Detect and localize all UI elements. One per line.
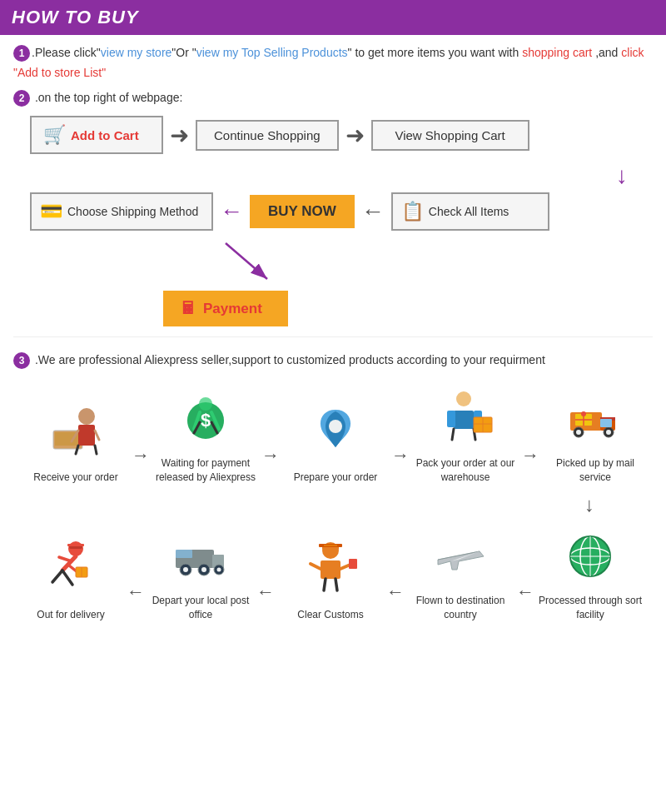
order-arrow-7: ← — [256, 581, 275, 603]
prepare-label: Prepare your order — [294, 471, 378, 485]
svg-line-53 — [324, 579, 326, 590]
receive-label: Receive your order — [33, 471, 117, 485]
choose-shipping-button[interactable]: 💳 Choose Shipping Method — [30, 192, 213, 231]
customs-label: Clear Customs — [297, 608, 363, 622]
order-arrow-2: → — [261, 445, 280, 466]
pickup-icon — [569, 396, 623, 451]
order-step-delivery: Out for delivery — [17, 539, 125, 622]
order-arrow-3: → — [391, 445, 410, 466]
check-all-items-label: Check All Items — [429, 205, 509, 218]
step2-text: 2 .on the top right of webpage: — [13, 88, 653, 108]
cart-icon: 🛒 — [43, 124, 66, 146]
checklist-icon: 📋 — [401, 201, 424, 222]
buy-now-button[interactable]: BUY NOW — [250, 195, 355, 228]
add-to-cart-label: Add to Cart — [71, 128, 139, 142]
payment-button[interactable]: 🖩 Payment — [163, 291, 288, 326]
svg-point-33 — [606, 430, 611, 435]
order-arrow-1: → — [132, 445, 150, 466]
credit-card-icon: 💳 — [40, 201, 62, 222]
order-arrow-5: ← — [516, 581, 534, 603]
order-step-customs: Clear Customs — [276, 539, 385, 622]
order-step-sort: Processed through sort facility — [536, 525, 644, 622]
svg-rect-34 — [600, 419, 612, 427]
svg-rect-66 — [67, 544, 84, 546]
order-step-flown: Flown to destination country — [406, 533, 514, 622]
order-flow-row1: Receive your order → $ Waiting fo — [22, 379, 644, 493]
buy-now-label: BUY NOW — [268, 203, 336, 219]
svg-point-12 — [199, 397, 212, 411]
svg-point-17 — [329, 420, 342, 433]
step1-text: 1.Please click"view my store"Or "view my… — [13, 43, 653, 83]
continue-shopping-button[interactable]: Continue Shopping — [196, 120, 339, 151]
svg-line-54 — [335, 579, 337, 590]
view-my-store-link[interactable]: view my store — [101, 46, 172, 59]
order-flow-row2: Processed through sort facility ← Flown … — [22, 516, 644, 630]
svg-rect-5 — [78, 425, 95, 446]
customs-icon — [304, 539, 358, 603]
arrow-right-2: ➜ — [345, 122, 365, 149]
svg-rect-19 — [454, 411, 474, 429]
step1-number: 1 — [13, 45, 30, 62]
waiting-payment-label: Waiting for payment released by Aliexpre… — [152, 456, 260, 485]
svg-rect-57 — [176, 550, 192, 558]
order-step-pack: Pack your order at our warehouse — [411, 387, 519, 485]
svg-point-38 — [581, 411, 586, 416]
svg-point-31 — [576, 430, 581, 435]
order-arrow-4: → — [521, 445, 539, 466]
order-step-payment-wait: $ Waiting for payment released by Aliexp… — [152, 387, 260, 485]
choose-shipping-label: Choose Shipping Method — [67, 205, 198, 218]
svg-line-22 — [452, 429, 454, 440]
svg-point-59 — [183, 567, 188, 572]
sort-icon — [564, 525, 618, 589]
svg-rect-49 — [321, 560, 340, 579]
svg-line-9 — [95, 446, 97, 454]
svg-point-63 — [216, 567, 221, 571]
pickup-label: Picked up by mail service — [541, 456, 649, 485]
down-arrow-icon: ↓ — [616, 162, 628, 189]
delivery-icon — [44, 539, 98, 603]
pack-icon — [439, 387, 493, 451]
order-flow-section: Receive your order → $ Waiting fo — [13, 379, 653, 630]
svg-point-18 — [456, 391, 471, 406]
flow-row1: 🛒 Add to Cart ➜ Continue Shopping ➜ View… — [30, 116, 653, 154]
svg-line-50 — [311, 564, 321, 569]
svg-line-70 — [52, 570, 62, 582]
svg-rect-52 — [349, 559, 357, 569]
order-step-prepare: Prepare your order — [281, 401, 390, 485]
continue-shopping-label: Continue Shopping — [214, 128, 321, 142]
svg-rect-20 — [447, 411, 455, 427]
svg-line-7 — [95, 431, 99, 440]
order-step-depart: Depart your local post office — [147, 533, 255, 622]
header-title: HOW TO BUY — [12, 7, 139, 28]
view-shopping-cart-button[interactable]: View Shopping Cart — [371, 120, 529, 151]
main-content: 1.Please click"view my store"Or "view my… — [0, 35, 666, 638]
view-shopping-cart-label: View Shopping Cart — [395, 128, 504, 142]
order-arrow-8: ← — [127, 581, 145, 603]
receive-icon — [47, 401, 105, 466]
svg-point-61 — [201, 567, 206, 572]
flow-row2: 💳 Choose Shipping Method ← BUY NOW ← 📋 C… — [30, 192, 653, 231]
down-arrow-connector: ↓ — [30, 162, 653, 189]
sort-label: Processed through sort facility — [536, 594, 644, 622]
arrow-left-1: ← — [220, 198, 243, 225]
step3-number: 3 — [13, 352, 30, 369]
header-banner: HOW TO BUY — [0, 0, 666, 35]
section-divider — [13, 336, 653, 337]
depart-label: Depart your local post office — [147, 594, 255, 622]
svg-text:$: $ — [200, 410, 210, 431]
arrow-left-2: ← — [361, 198, 385, 225]
order-row-down-arrow: ↓ — [22, 493, 644, 516]
arrow-right-1: ➜ — [170, 122, 189, 149]
pack-label: Pack your order at our warehouse — [411, 456, 519, 485]
step3-text: 3 .We are professional Aliexpress seller… — [13, 351, 653, 371]
payment-icon: 🖩 — [180, 299, 196, 318]
flow-diagram: 🛒 Add to Cart ➜ Continue Shopping ➜ View… — [30, 116, 653, 326]
diagonal-arrow-connector — [221, 239, 653, 287]
view-top-selling-link[interactable]: view my Top Selling Products — [196, 46, 348, 59]
prepare-icon — [309, 401, 363, 466]
order-step-pickup: Picked up by mail service — [541, 396, 649, 485]
add-to-cart-button[interactable]: 🛒 Add to Cart — [30, 116, 163, 154]
check-all-items-button[interactable]: 📋 Check All Items — [391, 192, 549, 231]
diagonal-arrow-svg — [221, 239, 280, 285]
shopping-cart-text: shopping cart — [522, 46, 592, 59]
